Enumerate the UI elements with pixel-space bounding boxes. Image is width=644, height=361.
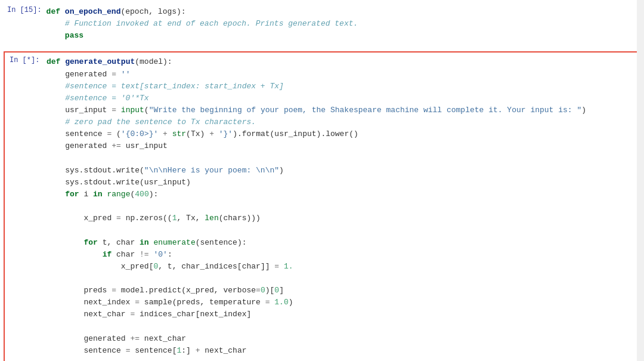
cell-content-top[interactable]: def on_epoch_end(epoch, logs): # Functio…	[47, 2, 644, 47]
cell-active[interactable]: In [*]: def generate_output(model): gene…	[4, 51, 640, 361]
cell-content-active[interactable]: def generate_output(model): generated = …	[47, 53, 639, 361]
cell-prompt-active: In [*]:	[5, 53, 47, 64]
cell-prompt-top: In [15]:	[2, 2, 47, 14]
cell-row-active: In [*]: def generate_output(model): gene…	[5, 53, 639, 361]
scrollbar[interactable]	[637, 0, 644, 361]
notebook: In [15]: def on_epoch_end(epoch, logs): …	[0, 0, 644, 361]
cell-top: In [15]: def on_epoch_end(epoch, logs): …	[0, 0, 644, 49]
